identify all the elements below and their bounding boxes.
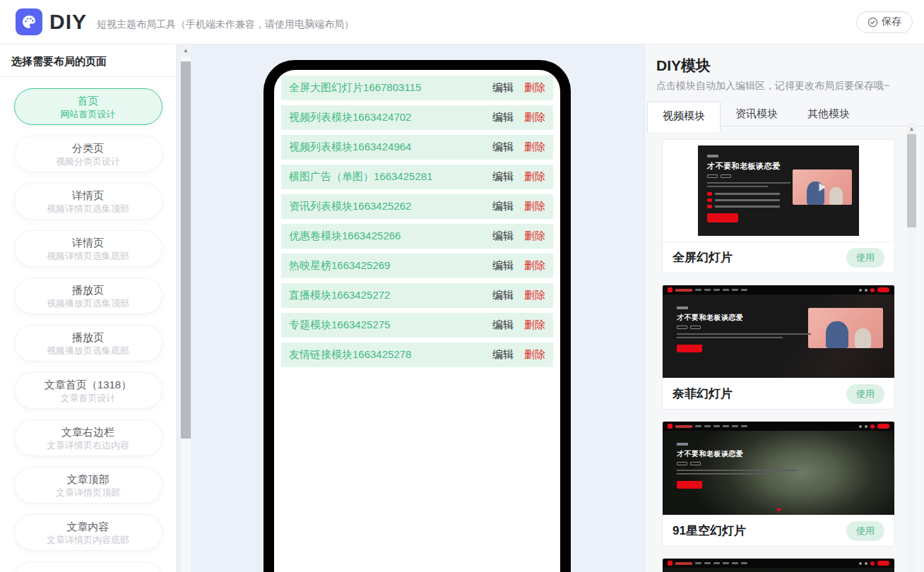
panel-scrollbar-thumb[interactable] [907, 134, 916, 227]
carousel-dot [777, 508, 781, 511]
module-tab-label: 其他模块 [807, 107, 850, 119]
delete-link[interactable]: 删除 [524, 170, 545, 184]
card-name: 全屏幻灯片 [673, 249, 733, 266]
edit-link[interactable]: 编辑 [492, 230, 514, 243]
page-item-subtitle: 视频播放页选集顶部 [47, 297, 129, 309]
edit-link[interactable]: 编辑 [492, 289, 514, 302]
preview-brand [675, 289, 692, 292]
module-row: 友情链接模块1663425278 编辑 删除 [281, 342, 553, 367]
use-button[interactable]: 使用 [846, 384, 884, 404]
module-row-title: 全屏大图幻灯片1667803115 [289, 81, 492, 95]
diy-module-panel: DIY模块 点击模块自动加入编辑区，记得更改布局后要保存哦~ 视频模块 资讯模块… [644, 44, 924, 572]
page-item-title: 播放页 [72, 283, 104, 297]
module-row-title: 友情链接模块1663425278 [289, 348, 492, 362]
preview-navbar [663, 422, 894, 431]
page-item-subtitle: 文章首页设计 [61, 392, 116, 404]
module-row: 优惠卷模块1663425266 编辑 删除 [281, 224, 553, 249]
sidebar-scrollbar-thumb[interactable] [181, 61, 191, 439]
module-row-title: 视频列表模块1663424964 [289, 141, 492, 154]
page-item-title: 详情页 [72, 236, 104, 250]
page-item-subtitle: 视频详情页选集顶部 [47, 203, 129, 215]
preview-title: 才不要和老板谈恋爱 [707, 161, 859, 172]
scroll-up-arrow-icon[interactable]: ▲ [181, 44, 191, 56]
module-card[interactable]: 才不要和老板谈恋爱 全屏幻灯片 使用 [662, 139, 895, 273]
module-card[interactable]: 才不要和老板谈恋爱 奈菲幻灯片 使用 [662, 285, 895, 410]
edit-link[interactable]: 编辑 [492, 141, 514, 154]
delete-link[interactable]: 删除 [524, 81, 545, 95]
preview-title: 才不要和老板谈恋爱 [677, 313, 894, 323]
save-button[interactable]: 保存 [856, 11, 913, 33]
preview-nav-actions [859, 561, 889, 566]
module-row-title: 优惠卷模块1663425266 [289, 230, 492, 243]
delete-link[interactable]: 删除 [524, 289, 545, 302]
module-row: 全屏大图幻灯片1667803115 编辑 删除 [281, 76, 553, 100]
edit-link[interactable]: 编辑 [492, 259, 514, 273]
edit-link[interactable]: 编辑 [492, 200, 514, 213]
sidebar-page-item[interactable]: DIY1 [14, 561, 162, 572]
page-item-title: 文章首页（1318） [45, 378, 131, 392]
sidebar-page-item[interactable]: 首页 网站首页设计 [14, 88, 162, 125]
check-circle-icon [867, 17, 878, 28]
module-row-title: 直播模块1663425272 [289, 289, 492, 302]
page-item-title: 播放页 [72, 330, 104, 345]
page-item-title: 首页 [78, 94, 99, 108]
edit-link[interactable]: 编辑 [492, 318, 514, 332]
preview-tag [677, 306, 688, 309]
delete-link[interactable]: 删除 [524, 259, 545, 273]
sidebar-page-item[interactable]: 文章内容 文章详情页内容底部 [14, 514, 162, 551]
sidebar-page-item[interactable]: 播放页 视频播放页选集顶部 [14, 278, 162, 314]
sidebar-page-item[interactable]: 详情页 视频详情页选集顶部 [14, 183, 162, 220]
page-item-subtitle: 视频播放页选集底部 [47, 345, 129, 357]
module-row: 视频列表模块1663424702 编辑 删除 [281, 105, 553, 130]
scroll-up-arrow-icon[interactable]: ▲ [907, 123, 916, 135]
sidebar-scrollbar[interactable]: ▲ [181, 44, 191, 572]
edit-link[interactable]: 编辑 [492, 111, 514, 124]
module-tab[interactable]: 资讯模块 [721, 102, 793, 126]
sidebar-page-item[interactable]: 播放页 视频播放页选集底部 [14, 325, 162, 362]
card-footer: 全屏幻灯片 使用 [663, 242, 894, 273]
sidebar-page-item[interactable]: 文章顶部 文章详情页顶部 [14, 467, 162, 504]
use-button[interactable]: 使用 [846, 521, 884, 541]
card-name: 91星空幻灯片 [673, 523, 746, 539]
preview-description-lines [677, 333, 894, 338]
page-list: 首页 网站首页设计 分类页 视频分类页设计 详情页 视频详情页选集顶部 详情页 … [0, 77, 176, 572]
module-tab[interactable]: 视频模块 [647, 102, 721, 132]
preview-navbar [663, 285, 894, 294]
module-tab[interactable]: 其他模块 [793, 102, 865, 126]
page-sidebar: 选择需要布局的页面 首页 网站首页设计 分类页 视频分类页设计 详情页 视频详情… [0, 44, 177, 572]
delete-link[interactable]: 删除 [524, 318, 545, 332]
module-list: 全屏大图幻灯片1667803115 编辑 删除 视频列表模块1663424702… [281, 76, 553, 367]
preview-title: 才不要和老板谈恋爱 [677, 449, 894, 459]
sidebar-page-item[interactable]: 详情页 视频详情页选集底部 [14, 230, 162, 267]
sidebar-page-item[interactable]: 文章右边栏 文章详情页右边内容 [14, 419, 162, 456]
sidebar-page-item[interactable]: 分类页 视频分类页设计 [14, 136, 162, 172]
delete-link[interactable]: 删除 [524, 200, 545, 213]
module-row-title: 专题模块1663425275 [289, 318, 492, 332]
delete-link[interactable]: 删除 [524, 230, 545, 243]
preview-episode-list [707, 192, 859, 208]
preview-nav-actions [859, 287, 889, 292]
delete-link[interactable]: 删除 [524, 111, 545, 124]
preview-description-lines [707, 182, 859, 187]
edit-link[interactable]: 编辑 [492, 81, 514, 95]
header-subtitle: 短视主题布局工具（手机端未作兼容，请使用电脑端布局） [97, 13, 354, 31]
module-tabs: 视频模块 资讯模块 其他模块 [645, 102, 924, 126]
edit-link[interactable]: 编辑 [492, 348, 514, 362]
page-item-subtitle: 视频详情页选集底部 [47, 250, 129, 262]
card-footer: 91星空幻灯片 使用 [663, 515, 894, 546]
module-cards: 才不要和老板谈恋爱 全屏幻灯片 使用 [645, 126, 924, 572]
header: DIY 短视主题布局工具（手机端未作兼容，请使用电脑端布局） 保存 [0, 0, 924, 44]
delete-link[interactable]: 删除 [524, 141, 545, 154]
module-tab-label: 视频模块 [663, 109, 705, 121]
use-button[interactable]: 使用 [846, 248, 884, 268]
module-card[interactable]: 才不要和老板谈恋爱 91星空幻灯片 使用 [662, 421, 895, 547]
module-card[interactable] [662, 558, 895, 572]
page-item-title: 文章右边栏 [61, 425, 114, 439]
panel-scrollbar[interactable]: ▲ [907, 123, 916, 572]
delete-link[interactable]: 删除 [524, 348, 545, 362]
edit-link[interactable]: 编辑 [492, 170, 514, 184]
module-row-title: 横图广告（单图）1663425281 [289, 170, 492, 184]
page-item-subtitle: 网站首页设计 [61, 108, 116, 120]
card-name: 奈菲幻灯片 [673, 386, 733, 402]
sidebar-page-item[interactable]: 文章首页（1318） 文章首页设计 [14, 372, 162, 409]
